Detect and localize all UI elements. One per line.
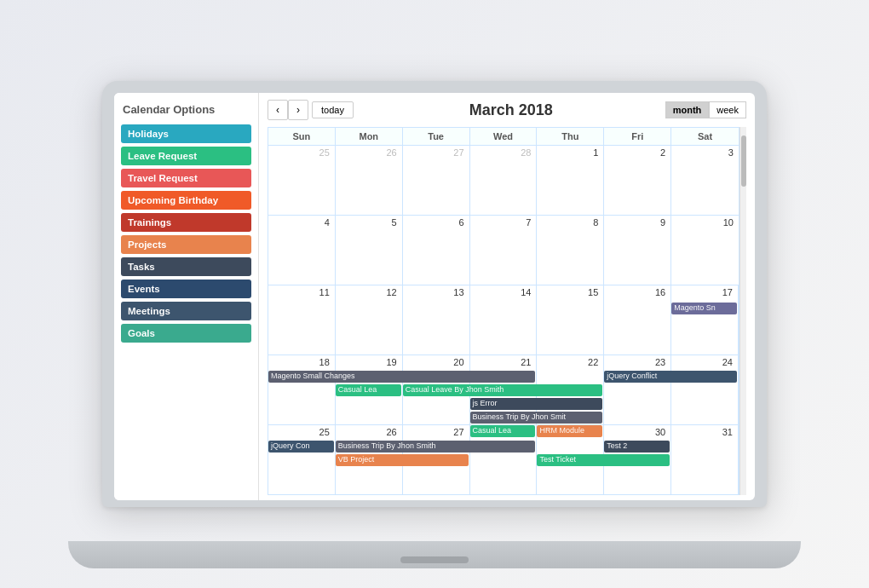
cell-number: 27 [406,147,466,158]
cell-number: 19 [339,357,399,367]
cell-number: 21 [474,357,533,367]
event-strip[interactable]: Casual Lea [470,425,536,437]
day-header-mon: Mon [336,128,403,145]
cell-number: 26 [339,147,399,158]
calendar-grid: SunMonTueWedThuFriSat 252627281234567891… [268,127,740,495]
view-buttons: month week [665,101,746,118]
cell-number: 5 [339,217,399,228]
cell-number: 27 [406,427,466,437]
event-strip[interactable]: VB Project [336,454,469,466]
screen-shell: Calendar Options HolidaysLeave RequestTr… [102,81,767,507]
cell-number: 30 [607,427,667,437]
event-strip[interactable]: jQuery Con [268,441,334,453]
cal-cell[interactable]: 14 [470,285,538,355]
cell-number: 9 [607,217,667,228]
cell-number: 7 [474,217,533,228]
cal-cell[interactable]: 16 [604,285,671,355]
scrollbar-thumb[interactable] [741,135,746,187]
cal-cell[interactable]: 25 [268,425,336,494]
weeks-container: 252627281234567891011121314151617Magento… [268,146,739,494]
week-row-0: 25262728123 [268,146,739,216]
cal-cell[interactable]: 26 [336,146,403,215]
calendar-main: SunMonTueWedThuFriSat 252627281234567891… [268,127,746,495]
event-strip[interactable]: HRM Module [537,425,602,437]
event-strip[interactable]: Casual Leave By Jhon Smith [403,384,603,396]
cell-number: 25 [272,147,331,158]
calendar-title: March 2018 [357,101,665,119]
cal-cell[interactable]: 25 [268,146,336,215]
week-row-2: 11121314151617Magento Sn [268,285,739,355]
cal-cell[interactable]: 28 [470,146,538,215]
cal-cell[interactable]: 24 [671,355,739,424]
cal-cell[interactable]: 9 [604,216,671,285]
cal-cell[interactable]: 12 [336,285,403,355]
sidebar-item-upcoming-birthday[interactable]: Upcoming Birthday [121,191,251,210]
cell-number: 12 [339,287,399,297]
cal-cell[interactable]: 6 [403,216,470,285]
day-header-sun: Sun [268,128,336,145]
cal-cell[interactable]: 18 [268,355,336,424]
month-view-button[interactable]: month [665,101,710,118]
event-strip[interactable]: Business Trip By Jhon Smit [470,412,603,424]
sidebar-item-projects[interactable]: Projects [121,235,251,254]
sidebar-item-tasks[interactable]: Tasks [121,257,251,276]
sidebar-item-meetings[interactable]: Meetings [121,302,251,320]
cal-cell[interactable]: 17 [671,285,739,355]
sidebar-item-leave-request[interactable]: Leave Request [121,147,251,165]
cal-cell[interactable]: 31 [671,425,739,494]
cell-number: 10 [675,217,735,228]
cell-number: 3 [675,147,735,158]
calendar-content: SunMonTueWedThuFriSat 252627281234567891… [268,127,740,495]
event-strip[interactable]: Test 2 [604,441,670,453]
sidebar-item-trainings[interactable]: Trainings [121,213,251,232]
event-strip[interactable]: Magento Small Changes [268,371,535,383]
cell-number: 8 [540,217,600,228]
cell-number: 4 [272,217,331,228]
scrollbar[interactable] [740,127,746,495]
cal-cell[interactable]: 11 [268,285,336,355]
cal-cell[interactable]: 15 [537,285,604,355]
sidebar: Calendar Options HolidaysLeave RequestTr… [114,93,259,500]
cell-number: 23 [607,357,667,367]
event-strip[interactable]: js Error [470,398,603,410]
cell-number: 15 [540,287,600,297]
day-header-wed: Wed [470,128,538,145]
event-strip[interactable]: jQuery Conflict [604,371,737,383]
event-strip[interactable]: Casual Lea [336,384,401,396]
calendar-header: ‹ › today March 2018 month week [268,100,746,120]
cell-number: 24 [675,357,734,367]
day-header-sat: Sat [671,128,739,145]
cal-cell[interactable]: 10 [671,216,739,285]
event-strip[interactable]: Test Ticket [537,454,670,466]
cal-cell[interactable]: 2 [604,146,671,215]
calendar-area: ‹ › today March 2018 month week [259,93,755,500]
cell-number: 13 [406,287,466,297]
week-row-1: 45678910 [268,216,739,285]
cal-cell[interactable]: 27 [403,146,470,215]
event-strip[interactable]: Magento Sn [671,303,737,314]
next-button[interactable]: › [288,100,308,120]
sidebar-item-events[interactable]: Events [121,280,251,298]
today-button[interactable]: today [312,101,354,118]
cell-number: 31 [675,427,734,437]
cell-number: 20 [406,357,466,367]
sidebar-items-list: HolidaysLeave RequestTravel RequestUpcom… [121,124,251,343]
week-view-button[interactable]: week [709,101,746,118]
sidebar-item-travel-request[interactable]: Travel Request [121,169,251,187]
sidebar-item-goals[interactable]: Goals [121,324,251,343]
cal-cell[interactable]: 13 [403,285,470,355]
cal-cell[interactable]: 5 [336,216,403,285]
cal-cell[interactable]: 8 [537,216,604,285]
cell-number: 2 [607,147,667,158]
event-strip[interactable]: Business Trip By Jhon Smith [336,441,536,453]
cal-cell[interactable]: 3 [671,146,739,215]
sidebar-item-holidays[interactable]: Holidays [121,124,251,143]
cell-number: 6 [406,217,466,228]
cal-cell[interactable]: 7 [470,216,538,285]
cal-cell[interactable]: 1 [537,146,604,215]
cal-cell[interactable]: 23 [604,355,671,424]
cal-cell[interactable]: 4 [268,216,336,285]
prev-button[interactable]: ‹ [268,100,288,120]
laptop-base [68,541,801,568]
cell-number: 28 [474,147,533,158]
